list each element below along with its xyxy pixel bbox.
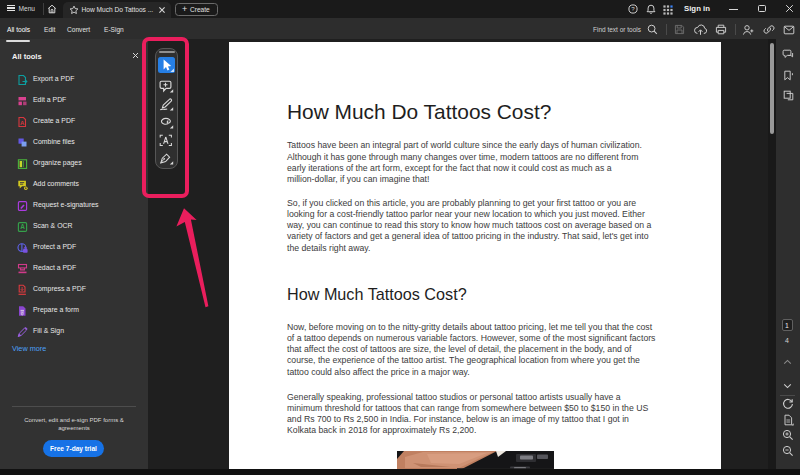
svg-text:?: ? — [631, 6, 635, 13]
svg-text:A: A — [20, 223, 25, 230]
svg-text:A: A — [20, 120, 25, 126]
